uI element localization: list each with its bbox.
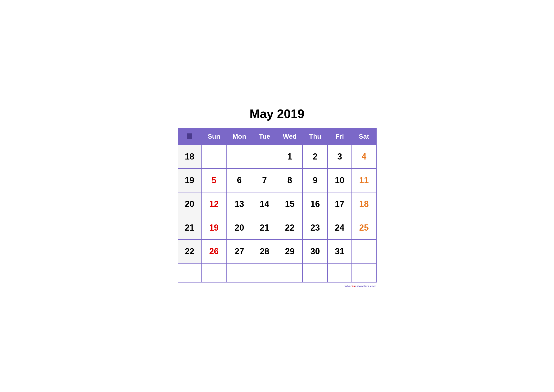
- calendar-body: 1812341956789101120121314151617182119202…: [178, 145, 376, 282]
- table-row: 2119202122232425: [178, 216, 376, 240]
- calendar-day: 17: [328, 192, 352, 216]
- calendar-day: 21: [252, 216, 277, 240]
- calendar-title: May 2019: [178, 107, 377, 121]
- extra-cell: [201, 263, 226, 282]
- calendar-day: 1: [277, 145, 303, 168]
- calendar-day: 13: [227, 192, 252, 216]
- calendar-container: May 2019 Sun Mon Tue Wed Thu Fri Sat 181…: [171, 99, 384, 293]
- table-row: 2012131415161718: [178, 192, 376, 216]
- calendar-day: 30: [303, 240, 328, 263]
- extra-cell: [277, 263, 303, 282]
- header-sat: Sat: [352, 128, 376, 145]
- calendar-day: 11: [352, 168, 376, 192]
- week-number: 21: [178, 216, 201, 240]
- week-number: 22: [178, 240, 201, 263]
- extra-row: [178, 263, 376, 282]
- calendar-day: 16: [303, 192, 328, 216]
- calendar-day: 27: [227, 240, 252, 263]
- table-row: 181234: [178, 145, 376, 168]
- calendar-day: 6: [227, 168, 252, 192]
- extra-cell: [178, 263, 201, 282]
- week-number: 19: [178, 168, 201, 192]
- calendar-day: 20: [227, 216, 252, 240]
- extra-cell: [303, 263, 328, 282]
- header-row: Sun Mon Tue Wed Thu Fri Sat: [178, 128, 376, 145]
- header-wed: Wed: [277, 128, 303, 145]
- calendar-day: 28: [252, 240, 277, 263]
- week-number: 18: [178, 145, 201, 168]
- calendar-day: 2: [303, 145, 328, 168]
- extra-cell: [227, 263, 252, 282]
- watermark: wheniscalendars.com: [178, 284, 377, 288]
- table-row: 22262728293031: [178, 240, 376, 263]
- header-fri: Fri: [328, 128, 352, 145]
- calendar-day: 26: [201, 240, 226, 263]
- header-tue: Tue: [252, 128, 277, 145]
- calendar-day: 10: [328, 168, 352, 192]
- square-icon: [187, 133, 192, 139]
- week-number: 20: [178, 192, 201, 216]
- calendar-day: 4: [352, 145, 376, 168]
- calendar-day: [352, 240, 376, 263]
- header-thu: Thu: [303, 128, 328, 145]
- calendar-day: 7: [252, 168, 277, 192]
- header-mon: Mon: [227, 128, 252, 145]
- calendar-day: [201, 145, 226, 168]
- calendar-day: 19: [201, 216, 226, 240]
- calendar-day: 29: [277, 240, 303, 263]
- calendar-day: 23: [303, 216, 328, 240]
- extra-cell: [252, 263, 277, 282]
- calendar-day: 18: [352, 192, 376, 216]
- calendar-day: [252, 145, 277, 168]
- header-sun: Sun: [201, 128, 226, 145]
- calendar-table: Sun Mon Tue Wed Thu Fri Sat 181234195678…: [178, 128, 377, 282]
- calendar-day: 8: [277, 168, 303, 192]
- watermark-link[interactable]: wheniscalendars.com: [344, 284, 376, 288]
- extra-cell: [352, 263, 376, 282]
- calendar-day: 22: [277, 216, 303, 240]
- calendar-day: 5: [201, 168, 226, 192]
- calendar-day: 31: [328, 240, 352, 263]
- week-num-header: [178, 128, 201, 145]
- calendar-day: 12: [201, 192, 226, 216]
- table-row: 19567891011: [178, 168, 376, 192]
- calendar-day: 15: [277, 192, 303, 216]
- calendar-day: 9: [303, 168, 328, 192]
- calendar-day: 25: [352, 216, 376, 240]
- calendar-day: 24: [328, 216, 352, 240]
- calendar-day: 3: [328, 145, 352, 168]
- calendar-day: 14: [252, 192, 277, 216]
- extra-cell: [328, 263, 352, 282]
- calendar-day: [227, 145, 252, 168]
- watermark-is: is: [353, 284, 355, 288]
